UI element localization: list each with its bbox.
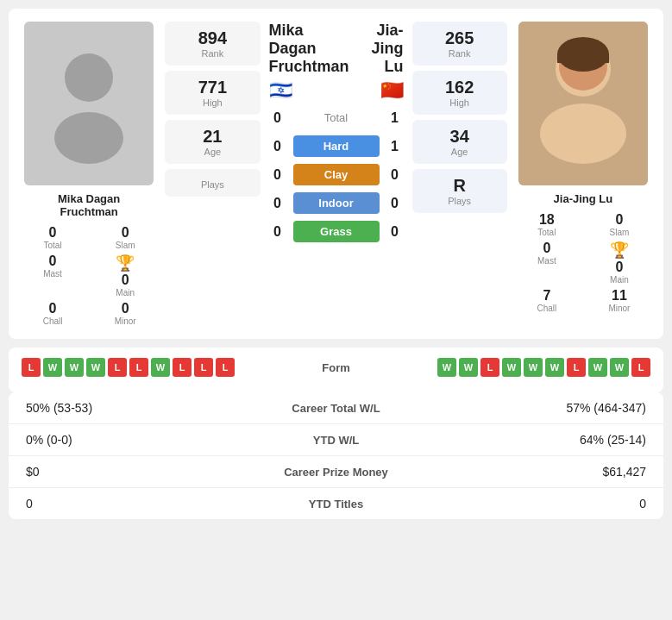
right-stat-slam: 0 Slam: [588, 212, 650, 237]
left-middle-panel: 894 Rank 771 High 21 Age Plays: [165, 22, 260, 197]
player-right-stats: 18 Total 0 Slam 0 Mast 🏆 0 Main 7 Chall …: [516, 212, 650, 313]
score-row-grass: 0 Grass 0: [269, 221, 404, 242]
form-badge-left: L: [194, 358, 213, 377]
right-flag: 🇨🇳: [380, 79, 404, 102]
right-stat-total: 18 Total: [516, 212, 578, 237]
form-badge-right: W: [459, 358, 478, 377]
right-stat-minor: 11 Minor: [588, 288, 650, 313]
form-badge-left: W: [86, 358, 105, 377]
stats-table: 50% (53-53) Career Total W/L 57% (464-34…: [9, 392, 663, 519]
form-badge-right: L: [567, 358, 586, 377]
player-left-stats: 0 Total 0 Slam 0 Mast 🏆 0 Main 0 Chall 0: [22, 225, 156, 326]
form-badge-right: W: [502, 358, 521, 377]
trophy-icon-right: 🏆: [610, 241, 629, 260]
right-name-area: Jia-Jing Lu 🇨🇳: [356, 22, 404, 102]
form-badge-left: W: [65, 358, 84, 377]
score-row-total: 0 Total 1: [269, 107, 404, 128]
players-header-row: Mika Dagan Fruchtman 🇮🇱 Jia-Jing Lu 🇨🇳: [269, 22, 404, 102]
player-comparison-card: Mika Dagan Fruchtman 0 Total 0 Slam 0 Ma…: [9, 9, 663, 339]
ytd-titles-row: 0 YTD Titles 0: [9, 488, 663, 519]
right-plays-box: R Plays: [412, 169, 507, 213]
score-row-hard: 0 Hard 1: [269, 135, 404, 157]
left-rank-box: 894 Rank: [165, 22, 260, 66]
left-stat-total: 0 Total: [22, 225, 84, 250]
svg-rect-7: [557, 54, 609, 63]
ytd-row: 0% (0-0) YTD W/L 64% (25-14): [9, 424, 663, 456]
player-left-name: Mika Dagan Fruchtman: [58, 192, 120, 218]
form-badge-left: L: [129, 358, 148, 377]
form-badge-left: L: [216, 358, 235, 377]
form-badge-left: L: [22, 358, 41, 377]
left-form-badges: LWWWLLWLLL: [22, 358, 235, 377]
player-left-photo: [24, 22, 154, 185]
right-age-box: 34 Age: [412, 120, 507, 164]
form-badge-left: W: [43, 358, 62, 377]
form-badge-right: L: [631, 358, 650, 377]
right-stat-chall: 7 Chall: [516, 288, 578, 313]
score-row-indoor: 0 Indoor 0: [269, 192, 404, 214]
left-plays-box: Plays: [165, 169, 260, 197]
trophy-icon-left: 🏆: [116, 254, 135, 272]
form-badge-right: W: [437, 358, 456, 377]
form-badge-left: L: [173, 358, 192, 377]
match-center: Mika Dagan Fruchtman 🇮🇱 Jia-Jing Lu 🇨🇳 0…: [269, 22, 404, 244]
svg-point-1: [54, 112, 123, 164]
career-total-row: 50% (53-53) Career Total W/L 57% (464-34…: [9, 392, 663, 424]
left-high-box: 771 High: [165, 71, 260, 115]
player-right-name: Jia-Jing Lu: [554, 192, 613, 205]
form-badge-right: W: [545, 358, 564, 377]
player-right-photo: [518, 22, 648, 185]
form-row: LWWWLLWLLL Form WWLWWWLWWL: [22, 358, 650, 377]
svg-point-4: [540, 103, 626, 164]
form-badge-right: W: [610, 358, 629, 377]
svg-point-0: [65, 53, 113, 102]
right-form-badges: WWLWWWLWWL: [437, 358, 650, 377]
left-stat-chall: 0 Chall: [22, 301, 84, 326]
form-badge-right: W: [588, 358, 607, 377]
form-badge-right: L: [480, 358, 499, 377]
form-badge-left: L: [108, 358, 127, 377]
score-row-clay: 0 Clay 0: [269, 164, 404, 185]
right-middle-panel: 265 Rank 162 High 34 Age R Plays: [412, 22, 507, 213]
left-trophy-main: 🏆 0 Main: [94, 254, 156, 297]
right-stat-mast: 0 Mast: [516, 241, 578, 285]
left-stat-mast: 0 Mast: [22, 254, 84, 297]
player-left: Mika Dagan Fruchtman 0 Total 0 Slam 0 Ma…: [22, 22, 156, 326]
left-name-area: Mika Dagan Fruchtman 🇮🇱: [269, 22, 349, 102]
form-badge-left: W: [151, 358, 170, 377]
form-section: LWWWLLWLLL Form WWLWWWLWWL: [9, 348, 663, 392]
left-age-box: 21 Age: [165, 120, 260, 164]
form-label: Form: [322, 361, 350, 374]
player-right: Jia-Jing Lu 18 Total 0 Slam 0 Mast 🏆 0 M…: [516, 22, 650, 313]
prize-money-row: $0 Career Prize Money $61,427: [9, 456, 663, 488]
left-stat-minor: 0 Minor: [94, 301, 156, 326]
right-trophy-main: 🏆 0 Main: [588, 241, 650, 285]
left-stat-slam: 0 Slam: [94, 225, 156, 250]
left-flag: 🇮🇱: [269, 79, 292, 102]
right-rank-box: 265 Rank: [412, 22, 507, 66]
form-badge-right: W: [524, 358, 543, 377]
right-high-box: 162 High: [412, 71, 507, 115]
